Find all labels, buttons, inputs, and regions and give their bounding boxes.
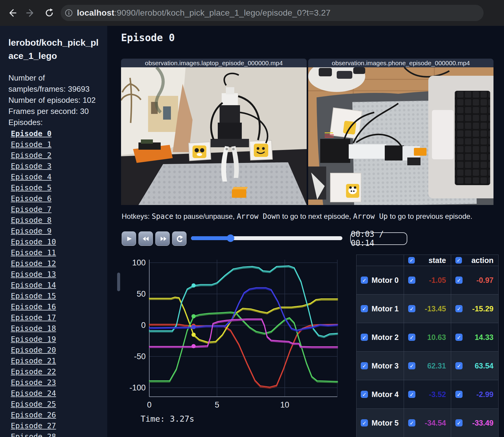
episode-list-item: Episode 15 [11, 291, 100, 302]
sidebar: lerobot/koch_pick_place_1_lego Number of… [0, 26, 107, 437]
episode-link[interactable]: Episode 28 [11, 432, 56, 437]
current-time-marker [191, 333, 196, 337]
checkbox[interactable]: ✓ [408, 362, 415, 369]
episode-link[interactable]: Episode 3 [11, 162, 51, 170]
motor-action-value: 14.33 [475, 333, 493, 342]
episode-link[interactable]: Episode 11 [11, 248, 56, 257]
episodes-count: Number of episodes: 102 [8, 95, 100, 106]
episode-list-item: Episode 6 [11, 194, 100, 204]
episode-link[interactable]: Episode 21 [11, 356, 56, 365]
time-display: 00:03 / 00:14 [350, 232, 407, 245]
checkbox[interactable]: ✓ [455, 277, 463, 284]
episode-link[interactable]: Episode 12 [11, 259, 56, 268]
episode-link[interactable]: Episode 26 [11, 411, 56, 419]
y-tick-label: -100 [129, 383, 146, 392]
play-button[interactable] [122, 231, 136, 246]
episode-link[interactable]: Episode 4 [11, 173, 51, 181]
checkbox[interactable]: ✓ [455, 334, 463, 341]
x-tick-label: 5 [215, 400, 219, 409]
motor-name: Motor 5 [372, 419, 399, 427]
episode-link[interactable]: Episode 20 [11, 346, 56, 354]
motor-state-value: -3.52 [429, 390, 446, 399]
episode-link[interactable]: Episode 5 [11, 183, 51, 192]
browser-toolbar: localhost:9090/lerobot/koch_pick_place_1… [0, 0, 504, 26]
episode-link[interactable]: Episode 23 [11, 378, 56, 387]
motor-action-value: -15.29 [472, 304, 493, 313]
back-icon[interactable] [5, 6, 19, 20]
episode-link[interactable]: Episode 22 [11, 367, 56, 376]
checkbox[interactable]: ✓ [408, 277, 415, 284]
forward-icon[interactable] [24, 6, 37, 20]
fast-forward-button[interactable] [155, 231, 170, 246]
episode-link[interactable]: Episode 17 [11, 313, 56, 322]
motor-state-value: -1.05 [429, 276, 446, 285]
rewind-button[interactable] [138, 231, 153, 246]
motor-state-value: -34.54 [425, 419, 446, 427]
chart-time-label: Time: 3.27s [141, 414, 194, 423]
checkbox[interactable]: ✓ [408, 334, 415, 341]
hotkey-key: Space [152, 212, 173, 221]
motor-chart[interactable]: 100500-50-1000510 [119, 255, 339, 425]
checkbox[interactable]: ✓ [361, 305, 368, 312]
episode-link[interactable]: Episode 27 [11, 421, 56, 430]
checkbox[interactable]: ✓ [455, 305, 463, 312]
episode-link[interactable]: Episode 24 [11, 389, 56, 398]
seek-slider[interactable] [191, 236, 342, 240]
current-time-marker [191, 325, 196, 329]
header-state-label: state [429, 256, 446, 265]
motor-state-value: 62.31 [427, 362, 446, 370]
episode-link[interactable]: Episode 2 [11, 151, 51, 160]
checkbox[interactable]: ✓ [455, 391, 463, 398]
page-title: Episode 0 [121, 32, 175, 44]
checkbox[interactable]: ✓ [361, 362, 368, 369]
episode-list-item: Episode 28 [11, 432, 100, 437]
episode-link[interactable]: Episode 1 [11, 140, 51, 149]
info-icon[interactable] [61, 9, 77, 17]
checkbox[interactable]: ✓ [408, 391, 415, 398]
laptop-video-frame[interactable] [121, 67, 307, 205]
motor-row: ✓Motor 1✓-13.45✓-15.29 [357, 295, 498, 323]
checkbox[interactable]: ✓ [455, 362, 463, 369]
checkbox[interactable]: ✓ [408, 305, 415, 312]
episode-link[interactable]: Episode 14 [11, 281, 56, 289]
episode-list-item: Episode 16 [11, 302, 100, 313]
episode-link[interactable]: Episode 13 [11, 270, 56, 279]
episode-list-item: Episode 18 [11, 323, 100, 334]
checkbox[interactable]: ✓ [455, 419, 463, 426]
episode-link[interactable]: Episode 0 [11, 129, 51, 138]
episode-list-item: Episode 4 [11, 172, 100, 183]
loop-button[interactable] [172, 231, 187, 246]
episode-link[interactable]: Episode 8 [11, 216, 51, 225]
episode-link[interactable]: Episode 6 [11, 194, 51, 203]
phone-video-block: observation.images.phone_episode_000000.… [308, 59, 493, 205]
checkbox[interactable]: ✓ [361, 391, 368, 398]
motor-name: Motor 2 [372, 333, 399, 342]
motor-action-value: -33.49 [472, 419, 493, 427]
episode-link[interactable]: Episode 10 [11, 237, 56, 246]
checkbox[interactable]: ✓ [408, 257, 415, 264]
episode-list: Episode 0Episode 1Episode 2Episode 3Epis… [8, 129, 100, 437]
robot-arm [320, 139, 350, 163]
reload-icon[interactable] [43, 6, 56, 20]
seek-thumb[interactable] [227, 234, 234, 242]
url-bar[interactable]: localhost:9090/lerobot/koch_pick_place_1… [61, 5, 484, 21]
laptop-video-block: observation.images.laptop_episode_000000… [121, 59, 307, 205]
motor-row: ✓Motor 2✓10.63✓14.33 [357, 323, 498, 352]
motor-row: ✓Motor 5✓-34.54✓-33.49 [357, 409, 498, 437]
checkbox[interactable]: ✓ [361, 334, 368, 341]
episode-link[interactable]: Episode 18 [11, 324, 56, 333]
episode-link[interactable]: Episode 19 [11, 335, 56, 344]
episode-link[interactable]: Episode 9 [11, 227, 51, 235]
phone-video-frame[interactable] [308, 67, 493, 205]
hotkeys-help: Hotkeys: Space to pause/unpause, Arrow D… [122, 212, 472, 221]
episode-link[interactable]: Episode 16 [11, 302, 56, 311]
checkbox[interactable]: ✓ [408, 419, 415, 426]
episode-link[interactable]: Episode 25 [11, 400, 56, 408]
motor-chart-svg[interactable]: 100500-50-1000510 [119, 255, 339, 424]
checkbox[interactable]: ✓ [361, 277, 368, 284]
episode-link[interactable]: Episode 7 [11, 205, 51, 214]
episode-link[interactable]: Episode 15 [11, 292, 56, 300]
checkbox[interactable]: ✓ [455, 257, 462, 264]
checkbox[interactable]: ✓ [361, 419, 368, 426]
seek-fill [191, 236, 231, 240]
